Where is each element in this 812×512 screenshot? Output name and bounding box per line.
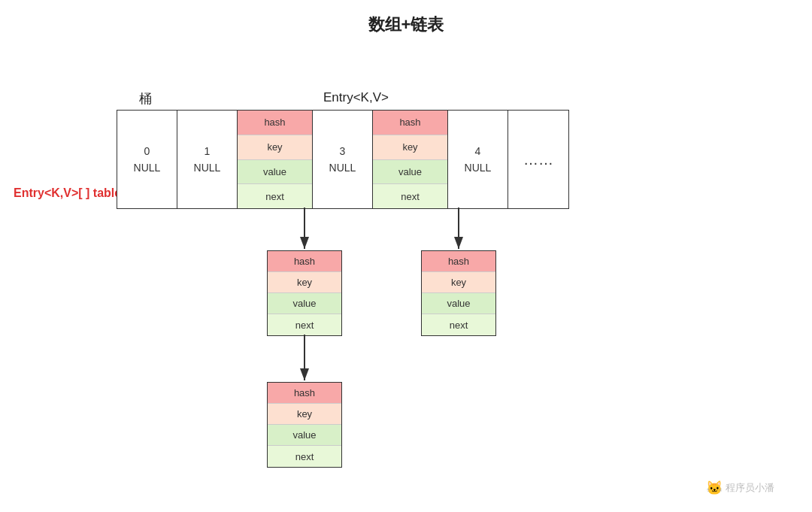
cell-4-entry: hash key value next (373, 111, 448, 208)
watermark-text: 程序员小潘 (726, 481, 774, 495)
entry-2-value: value (238, 160, 312, 185)
watermark: 🐱 程序员小潘 (706, 480, 774, 496)
linked-node-2: hash key value next (421, 250, 496, 336)
diagram-area: 桶 Entry<K,V> Entry<K,V>[ ] table 0 NULL … (0, 44, 812, 510)
entry-4-hash: hash (373, 111, 447, 135)
entry-2-next: next (238, 184, 312, 208)
cell-3-index: 3 (340, 143, 346, 159)
entry-node-4: hash key value next (373, 111, 447, 208)
ln1-key: key (268, 272, 341, 293)
ln3-value: value (268, 425, 341, 446)
ln3-key: key (268, 404, 341, 425)
ln3-next: next (268, 446, 341, 467)
cell-0: 0 NULL (117, 111, 177, 208)
cell-3-null: NULL (329, 159, 356, 176)
ln1-next: next (268, 314, 341, 335)
entry-4-value: value (373, 160, 447, 185)
label-left: Entry<K,V>[ ] table (14, 186, 121, 200)
main-table: 0 NULL 1 NULL hash key value next 3 NULL… (117, 110, 569, 209)
page-title: 数组+链表 (0, 0, 812, 36)
cell-4-index: 4 (475, 143, 481, 159)
entry-2-key: key (238, 135, 312, 160)
label-tong: 桶 (139, 90, 152, 108)
ln2-value: value (422, 293, 495, 314)
cell-4-null: 4 NULL (448, 111, 508, 208)
dots-text: …… (523, 151, 553, 168)
linked-node-1: hash key value next (267, 250, 342, 336)
cell-1-null: NULL (194, 159, 221, 176)
cell-0-null: NULL (134, 159, 161, 176)
entry-node-2: hash key value next (238, 111, 312, 208)
cell-1-index: 1 (205, 143, 211, 159)
entry-4-key: key (373, 135, 447, 160)
entry-4-next: next (373, 184, 447, 208)
cell-3: 3 NULL (313, 111, 373, 208)
ln1-hash: hash (268, 251, 341, 272)
cell-4-null-text: NULL (465, 159, 492, 176)
ln1-value: value (268, 293, 341, 314)
linked-node-3: hash key value next (267, 382, 342, 468)
label-entry-kv: Entry<K,V> (323, 90, 389, 105)
entry-2-hash: hash (238, 111, 312, 135)
watermark-icon: 🐱 (706, 480, 723, 496)
ln2-hash: hash (422, 251, 495, 272)
ln2-key: key (422, 272, 495, 293)
cell-2-entry: hash key value next (238, 111, 313, 208)
cell-1: 1 NULL (177, 111, 238, 208)
cell-dots: …… (508, 111, 568, 208)
ln3-hash: hash (268, 383, 341, 404)
ln2-next: next (422, 314, 495, 335)
cell-0-index: 0 (144, 143, 150, 159)
